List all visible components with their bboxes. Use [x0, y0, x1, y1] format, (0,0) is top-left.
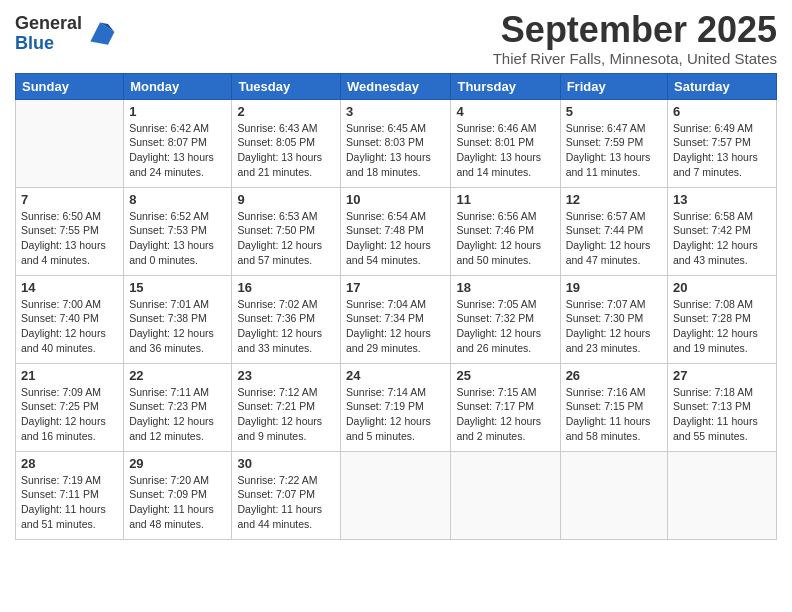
calendar-cell: 28Sunrise: 7:19 AMSunset: 7:11 PMDayligh…: [16, 451, 124, 539]
day-header-tuesday: Tuesday: [232, 73, 341, 99]
day-info: Sunrise: 6:43 AMSunset: 8:05 PMDaylight:…: [237, 121, 335, 180]
day-number: 9: [237, 192, 335, 207]
day-info: Sunrise: 7:19 AMSunset: 7:11 PMDaylight:…: [21, 473, 118, 532]
day-number: 4: [456, 104, 554, 119]
day-number: 27: [673, 368, 771, 383]
calendar-cell: 18Sunrise: 7:05 AMSunset: 7:32 PMDayligh…: [451, 275, 560, 363]
day-info: Sunrise: 7:12 AMSunset: 7:21 PMDaylight:…: [237, 385, 335, 444]
logo: General Blue: [15, 14, 116, 54]
day-number: 17: [346, 280, 445, 295]
day-info: Sunrise: 7:15 AMSunset: 7:17 PMDaylight:…: [456, 385, 554, 444]
day-header-wednesday: Wednesday: [341, 73, 451, 99]
day-number: 19: [566, 280, 662, 295]
day-number: 22: [129, 368, 226, 383]
logo-icon: [84, 16, 116, 48]
day-number: 11: [456, 192, 554, 207]
month-title: September 2025: [493, 10, 777, 50]
day-info: Sunrise: 6:50 AMSunset: 7:55 PMDaylight:…: [21, 209, 118, 268]
day-info: Sunrise: 7:16 AMSunset: 7:15 PMDaylight:…: [566, 385, 662, 444]
day-info: Sunrise: 6:47 AMSunset: 7:59 PMDaylight:…: [566, 121, 662, 180]
calendar-cell: 10Sunrise: 6:54 AMSunset: 7:48 PMDayligh…: [341, 187, 451, 275]
calendar-cell: 2Sunrise: 6:43 AMSunset: 8:05 PMDaylight…: [232, 99, 341, 187]
day-number: 8: [129, 192, 226, 207]
day-number: 5: [566, 104, 662, 119]
day-number: 12: [566, 192, 662, 207]
calendar-cell: 15Sunrise: 7:01 AMSunset: 7:38 PMDayligh…: [124, 275, 232, 363]
calendar-cell: 13Sunrise: 6:58 AMSunset: 7:42 PMDayligh…: [668, 187, 777, 275]
day-info: Sunrise: 7:05 AMSunset: 7:32 PMDaylight:…: [456, 297, 554, 356]
location: Thief River Falls, Minnesota, United Sta…: [493, 50, 777, 67]
calendar-cell: 26Sunrise: 7:16 AMSunset: 7:15 PMDayligh…: [560, 363, 667, 451]
day-info: Sunrise: 6:56 AMSunset: 7:46 PMDaylight:…: [456, 209, 554, 268]
day-info: Sunrise: 6:58 AMSunset: 7:42 PMDaylight:…: [673, 209, 771, 268]
day-number: 1: [129, 104, 226, 119]
day-info: Sunrise: 7:07 AMSunset: 7:30 PMDaylight:…: [566, 297, 662, 356]
day-info: Sunrise: 6:52 AMSunset: 7:53 PMDaylight:…: [129, 209, 226, 268]
day-info: Sunrise: 7:00 AMSunset: 7:40 PMDaylight:…: [21, 297, 118, 356]
calendar-cell: 25Sunrise: 7:15 AMSunset: 7:17 PMDayligh…: [451, 363, 560, 451]
calendar-week-row: 21Sunrise: 7:09 AMSunset: 7:25 PMDayligh…: [16, 363, 777, 451]
calendar-cell: [451, 451, 560, 539]
day-number: 10: [346, 192, 445, 207]
day-number: 23: [237, 368, 335, 383]
day-info: Sunrise: 7:20 AMSunset: 7:09 PMDaylight:…: [129, 473, 226, 532]
day-info: Sunrise: 6:54 AMSunset: 7:48 PMDaylight:…: [346, 209, 445, 268]
day-number: 7: [21, 192, 118, 207]
day-info: Sunrise: 6:45 AMSunset: 8:03 PMDaylight:…: [346, 121, 445, 180]
calendar-cell: 12Sunrise: 6:57 AMSunset: 7:44 PMDayligh…: [560, 187, 667, 275]
day-number: 2: [237, 104, 335, 119]
day-number: 13: [673, 192, 771, 207]
calendar-cell: 9Sunrise: 6:53 AMSunset: 7:50 PMDaylight…: [232, 187, 341, 275]
day-header-thursday: Thursday: [451, 73, 560, 99]
day-info: Sunrise: 7:22 AMSunset: 7:07 PMDaylight:…: [237, 473, 335, 532]
day-info: Sunrise: 6:46 AMSunset: 8:01 PMDaylight:…: [456, 121, 554, 180]
logo-blue-text: Blue: [15, 34, 82, 54]
day-info: Sunrise: 7:18 AMSunset: 7:13 PMDaylight:…: [673, 385, 771, 444]
day-info: Sunrise: 7:02 AMSunset: 7:36 PMDaylight:…: [237, 297, 335, 356]
svg-marker-0: [90, 22, 114, 44]
calendar-cell: [341, 451, 451, 539]
logo-general-text: General: [15, 14, 82, 34]
day-info: Sunrise: 7:01 AMSunset: 7:38 PMDaylight:…: [129, 297, 226, 356]
day-info: Sunrise: 7:04 AMSunset: 7:34 PMDaylight:…: [346, 297, 445, 356]
calendar-cell: 19Sunrise: 7:07 AMSunset: 7:30 PMDayligh…: [560, 275, 667, 363]
day-number: 30: [237, 456, 335, 471]
calendar-cell: 6Sunrise: 6:49 AMSunset: 7:57 PMDaylight…: [668, 99, 777, 187]
day-number: 28: [21, 456, 118, 471]
day-number: 15: [129, 280, 226, 295]
day-info: Sunrise: 6:53 AMSunset: 7:50 PMDaylight:…: [237, 209, 335, 268]
calendar-cell: 5Sunrise: 6:47 AMSunset: 7:59 PMDaylight…: [560, 99, 667, 187]
calendar-cell: 11Sunrise: 6:56 AMSunset: 7:46 PMDayligh…: [451, 187, 560, 275]
calendar-week-row: 14Sunrise: 7:00 AMSunset: 7:40 PMDayligh…: [16, 275, 777, 363]
calendar-cell: 14Sunrise: 7:00 AMSunset: 7:40 PMDayligh…: [16, 275, 124, 363]
calendar-week-row: 1Sunrise: 6:42 AMSunset: 8:07 PMDaylight…: [16, 99, 777, 187]
day-number: 21: [21, 368, 118, 383]
title-block: September 2025 Thief River Falls, Minnes…: [493, 10, 777, 67]
page-header: General Blue September 2025 Thief River …: [15, 10, 777, 67]
calendar-cell: [16, 99, 124, 187]
calendar-week-row: 7Sunrise: 6:50 AMSunset: 7:55 PMDaylight…: [16, 187, 777, 275]
calendar-header-row: SundayMondayTuesdayWednesdayThursdayFrid…: [16, 73, 777, 99]
calendar-cell: 27Sunrise: 7:18 AMSunset: 7:13 PMDayligh…: [668, 363, 777, 451]
calendar-cell: 23Sunrise: 7:12 AMSunset: 7:21 PMDayligh…: [232, 363, 341, 451]
calendar-cell: 17Sunrise: 7:04 AMSunset: 7:34 PMDayligh…: [341, 275, 451, 363]
calendar-cell: 4Sunrise: 6:46 AMSunset: 8:01 PMDaylight…: [451, 99, 560, 187]
calendar-week-row: 28Sunrise: 7:19 AMSunset: 7:11 PMDayligh…: [16, 451, 777, 539]
calendar-cell: 22Sunrise: 7:11 AMSunset: 7:23 PMDayligh…: [124, 363, 232, 451]
calendar-cell: 29Sunrise: 7:20 AMSunset: 7:09 PMDayligh…: [124, 451, 232, 539]
day-info: Sunrise: 7:09 AMSunset: 7:25 PMDaylight:…: [21, 385, 118, 444]
day-header-saturday: Saturday: [668, 73, 777, 99]
calendar-cell: [668, 451, 777, 539]
day-number: 18: [456, 280, 554, 295]
calendar-table: SundayMondayTuesdayWednesdayThursdayFrid…: [15, 73, 777, 540]
day-info: Sunrise: 6:57 AMSunset: 7:44 PMDaylight:…: [566, 209, 662, 268]
calendar-cell: 21Sunrise: 7:09 AMSunset: 7:25 PMDayligh…: [16, 363, 124, 451]
calendar-cell: 8Sunrise: 6:52 AMSunset: 7:53 PMDaylight…: [124, 187, 232, 275]
day-header-friday: Friday: [560, 73, 667, 99]
day-number: 6: [673, 104, 771, 119]
day-number: 16: [237, 280, 335, 295]
day-number: 25: [456, 368, 554, 383]
day-info: Sunrise: 7:08 AMSunset: 7:28 PMDaylight:…: [673, 297, 771, 356]
day-number: 14: [21, 280, 118, 295]
calendar-cell: 7Sunrise: 6:50 AMSunset: 7:55 PMDaylight…: [16, 187, 124, 275]
